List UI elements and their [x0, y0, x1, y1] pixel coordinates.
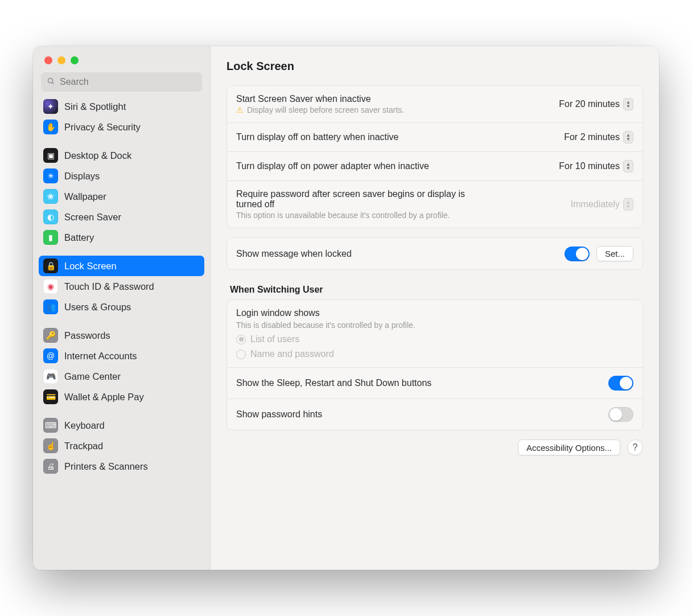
dock-icon: ▣ [43, 148, 58, 163]
sidebar-item-internet[interactable]: @ Internet Accounts [39, 346, 204, 366]
sidebar-item-passwords[interactable]: 🔑 Passwords [39, 325, 204, 346]
sidebar-item-label: Lock Screen [64, 261, 117, 272]
radio-icon [236, 335, 246, 344]
sidebar-item-label: Passwords [64, 330, 110, 341]
chevron-up-down-icon: ▲▼ [623, 160, 633, 173]
row-label: Turn display off on battery when inactiv… [236, 132, 557, 142]
key-icon: 🔑 [43, 328, 58, 343]
chevron-up-down-icon: ▲▼ [623, 131, 633, 143]
row-label: Turn display off on power adapter when i… [236, 161, 552, 171]
sidebar-item-wallet[interactable]: 💳 Wallet & Apple Pay [39, 387, 204, 407]
svg-point-0 [48, 78, 53, 83]
siri-icon: ✦ [43, 99, 58, 114]
sidebar-item-trackpad[interactable]: ☝ Trackpad [39, 436, 204, 456]
sidebar-item-label: Trackpad [64, 441, 103, 451]
row-label: Login window shows [236, 308, 320, 318]
sidebar-item-screensaver[interactable]: ◐ Screen Saver [39, 207, 204, 227]
row-warning: ⚠︎ Display will sleep before screen save… [236, 105, 552, 114]
sidebar-item-siri[interactable]: ✦ Siri & Spotlight [39, 96, 204, 117]
sidebar-item-users[interactable]: 👥 Users & Groups [39, 297, 204, 317]
screensaver-delay-select[interactable]: For 20 minutes ▲▼ [559, 98, 633, 110]
help-button[interactable]: ? [627, 440, 643, 455]
svg-line-1 [52, 82, 54, 84]
accessibility-options-button[interactable]: Accessibility Options... [518, 440, 620, 455]
sidebar-item-keyboard[interactable]: ⌨ Keyboard [39, 415, 204, 436]
chevron-up-down-icon: ▲▼ [623, 198, 633, 211]
show-password-hints-row: Show password hints [227, 399, 642, 430]
sidebar-item-label: Privacy & Security [64, 122, 141, 133]
row-label: Show password hints [236, 409, 602, 420]
sidebar-item-wallpaper[interactable]: ❀ Wallpaper [39, 186, 204, 207]
display-battery-delay-select[interactable]: For 2 minutes ▲▼ [564, 131, 633, 143]
require-password-row: Require password after screen saver begi… [227, 180, 642, 228]
search-icon [47, 77, 55, 88]
sidebar-nav: ✦ Siri & Spotlight ✋ Privacy & Security … [33, 96, 210, 482]
trackpad-icon: ☝ [43, 438, 58, 453]
sidebar: ✦ Siri & Spotlight ✋ Privacy & Security … [33, 46, 211, 570]
sidebar-item-label: Users & Groups [64, 302, 131, 313]
row-note: This is disabled because it's controlled… [236, 321, 415, 330]
close-window-button[interactable] [44, 56, 52, 64]
at-icon: @ [43, 348, 58, 363]
sidebar-item-gamecenter[interactable]: 🎮 Game Center [39, 366, 204, 387]
system-settings-window: ✦ Siri & Spotlight ✋ Privacy & Security … [33, 46, 659, 570]
row-label: Show message when locked [236, 249, 558, 259]
sidebar-item-label: Printers & Scanners [64, 461, 148, 472]
set-message-button[interactable]: Set... [596, 246, 633, 261]
show-message-toggle[interactable] [565, 247, 590, 261]
sidebar-item-displays[interactable]: ☀ Displays [39, 166, 204, 186]
row-note: This option is unavailable because it's … [236, 211, 564, 220]
minimize-window-button[interactable] [57, 56, 65, 64]
users-icon: 👥 [43, 299, 58, 314]
sidebar-item-touchid[interactable]: ◉ Touch ID & Password [39, 276, 204, 297]
main-content: Lock Screen Start Screen Saver when inac… [211, 46, 659, 570]
sidebar-item-label: Touch ID & Password [64, 281, 154, 292]
sidebar-item-printers[interactable]: 🖨 Printers & Scanners [39, 456, 204, 477]
search-input[interactable] [60, 77, 196, 87]
display-off-battery-row: Turn display off on battery when inactiv… [227, 122, 642, 151]
maximize-window-button[interactable] [71, 56, 79, 64]
start-screensaver-row: Start Screen Saver when inactive ⚠︎ Disp… [227, 86, 642, 122]
display-off-power-row: Turn display off on power adapter when i… [227, 151, 642, 180]
display-power-delay-select[interactable]: For 10 minutes ▲▼ [559, 160, 633, 173]
login-option-list-of-users: List of users [236, 334, 299, 344]
sidebar-search[interactable] [41, 72, 202, 92]
sidebar-item-label: Siri & Spotlight [64, 101, 126, 112]
sidebar-item-battery[interactable]: ▮ Battery [39, 227, 204, 248]
require-password-delay-select: Immediately ▲▼ [571, 198, 633, 211]
login-window-row: Login window shows This is disabled beca… [227, 300, 642, 367]
radio-icon [236, 350, 246, 359]
sidebar-item-label: Desktop & Dock [64, 150, 131, 161]
sidebar-item-label: Screen Saver [64, 212, 121, 223]
sidebar-item-label: Keyboard [64, 420, 105, 431]
wallet-icon: 💳 [43, 389, 58, 404]
sidebar-item-lockscreen[interactable]: 🔒 Lock Screen [39, 256, 204, 276]
sidebar-item-label: Battery [64, 232, 94, 243]
show-message-panel: Show message when locked Set... [226, 237, 643, 270]
sidebar-item-desktop[interactable]: ▣ Desktop & Dock [39, 145, 204, 166]
footer-actions: Accessibility Options... ? [226, 440, 643, 455]
warning-icon: ⚠︎ [236, 105, 244, 114]
row-label: Show the Sleep, Restart and Shut Down bu… [236, 378, 602, 388]
login-option-name-password: Name and password [236, 349, 334, 359]
sidebar-item-label: Game Center [64, 371, 121, 382]
sidebar-item-privacy[interactable]: ✋ Privacy & Security [39, 117, 204, 137]
switching-user-panel: Login window shows This is disabled beca… [226, 299, 643, 430]
flower-icon: ❀ [43, 189, 58, 204]
gamecenter-icon: 🎮 [43, 369, 58, 384]
row-label: Start Screen Saver when inactive [236, 94, 552, 104]
sidebar-item-label: Wallet & Apple Pay [64, 392, 144, 403]
page-title: Lock Screen [226, 60, 643, 73]
screensaver-icon: ◐ [43, 210, 58, 224]
show-power-buttons-toggle[interactable] [608, 376, 633, 391]
lock-screen-timing-panel: Start Screen Saver when inactive ⚠︎ Disp… [226, 85, 643, 228]
show-password-hints-toggle[interactable] [608, 407, 633, 422]
chevron-up-down-icon: ▲▼ [623, 98, 633, 110]
lock-icon: 🔒 [43, 258, 58, 273]
sidebar-item-label: Internet Accounts [64, 351, 137, 362]
printer-icon: 🖨 [43, 459, 58, 474]
window-controls [33, 46, 210, 64]
sidebar-item-label: Wallpaper [64, 191, 106, 202]
show-power-buttons-row: Show the Sleep, Restart and Shut Down bu… [227, 367, 642, 399]
show-message-row: Show message when locked Set... [227, 238, 642, 269]
